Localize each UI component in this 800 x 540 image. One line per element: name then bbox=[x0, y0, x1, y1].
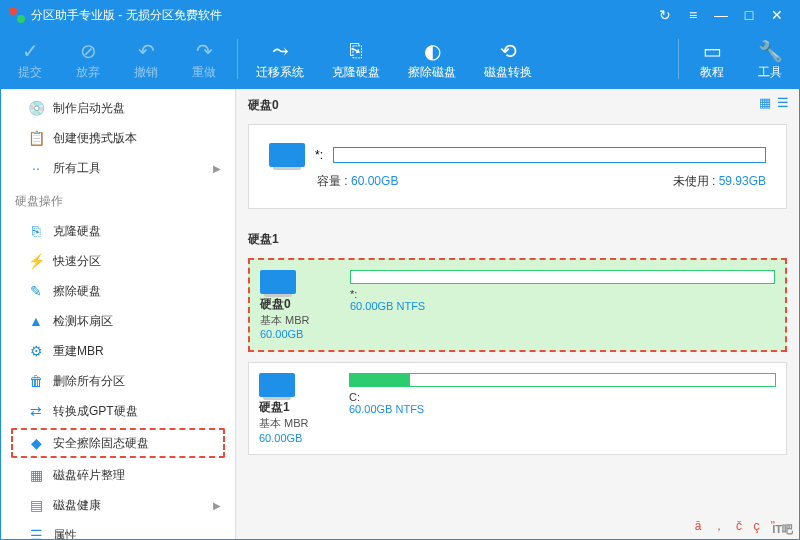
partition-bar bbox=[349, 373, 776, 387]
menu-button[interactable]: ≡ bbox=[679, 7, 707, 23]
sidebar-item[interactable]: ▲检测坏扇区 bbox=[1, 306, 235, 336]
disk0-card[interactable]: *: 容量 : 60.00GB 未使用 : 59.93GB bbox=[248, 124, 787, 209]
chevron-right-icon: ▶ bbox=[213, 163, 221, 174]
disk-block-1[interactable]: 硬盘1 基本 MBR 60.00GB C: 60.00GB NTFS bbox=[248, 362, 787, 454]
check-icon: ✓ bbox=[22, 38, 39, 64]
chevron-right-icon: ▶ bbox=[213, 500, 221, 511]
sidebar-item-icon: ◆ bbox=[27, 435, 45, 451]
disk0-usage-bar bbox=[333, 147, 766, 163]
sidebar-item[interactable]: ⇄转换成GPT硬盘 bbox=[1, 396, 235, 426]
commit-button: ✓提交 bbox=[1, 29, 59, 89]
ime-indicator: ā ， č ç " bbox=[695, 518, 779, 535]
partition-bar bbox=[350, 270, 775, 284]
sidebar-item-label: 所有工具 bbox=[53, 160, 101, 177]
sidebar-item[interactable]: ··所有工具▶ bbox=[1, 153, 235, 183]
sidebar-item-label: 删除所有分区 bbox=[53, 373, 125, 390]
redo-icon: ↷ bbox=[196, 38, 213, 64]
clone-icon: ⎘ bbox=[350, 38, 362, 64]
sidebar-item-icon: ☰ bbox=[27, 527, 45, 539]
sidebar-item[interactable]: ▦磁盘碎片整理 bbox=[1, 460, 235, 490]
redo-button: ↷重做 bbox=[175, 29, 233, 89]
sidebar-item-icon: ✎ bbox=[27, 283, 45, 299]
sidebar-item-icon: ⇄ bbox=[27, 403, 45, 419]
app-logo-icon bbox=[9, 7, 25, 23]
convert-disk-button[interactable]: ⟲磁盘转换 bbox=[470, 29, 546, 89]
main-panel: ▦ ☰ 硬盘0 *: 容量 : 60.00GB 未使用 : 59.93GB 硬盘… bbox=[236, 89, 799, 539]
sidebar-item-label: 磁盘碎片整理 bbox=[53, 467, 125, 484]
list-view-icon[interactable]: ☰ bbox=[777, 95, 789, 110]
wrench-icon: 🔧 bbox=[758, 38, 783, 64]
grid-view-icon[interactable]: ▦ bbox=[759, 95, 771, 110]
sidebar-item[interactable]: ✎擦除硬盘 bbox=[1, 276, 235, 306]
sidebar-item-icon: ⎘ bbox=[27, 223, 45, 239]
wipe-icon: ◐ bbox=[424, 38, 441, 64]
disk1-header: 硬盘1 bbox=[236, 223, 799, 252]
clone-disk-button[interactable]: ⎘克隆硬盘 bbox=[318, 29, 394, 89]
sidebar-item-icon: ⚡ bbox=[27, 253, 45, 269]
sidebar-item-label: 磁盘健康 bbox=[53, 497, 101, 514]
sidebar-item-icon: 💿 bbox=[27, 100, 45, 116]
sidebar-item[interactable]: 📋创建便携式版本 bbox=[1, 123, 235, 153]
sidebar-item[interactable]: 💿制作启动光盘 bbox=[1, 93, 235, 123]
sidebar: 💿制作启动光盘📋创建便携式版本··所有工具▶ 硬盘操作 ⎘克隆硬盘⚡快速分区✎擦… bbox=[1, 89, 236, 539]
book-icon: ▭ bbox=[703, 38, 722, 64]
maximize-button[interactable]: □ bbox=[735, 7, 763, 23]
sidebar-item-label: 重建MBR bbox=[53, 343, 104, 360]
wipe-disk-button[interactable]: ◐擦除磁盘 bbox=[394, 29, 470, 89]
tutorial-button[interactable]: ▭教程 bbox=[683, 29, 741, 89]
sidebar-item-label: 克隆硬盘 bbox=[53, 223, 101, 240]
watermark: IT吧 bbox=[772, 522, 793, 537]
discard-button: ⊘放弃 bbox=[59, 29, 117, 89]
sidebar-item[interactable]: ◆安全擦除固态硬盘 bbox=[11, 428, 225, 458]
disk-icon bbox=[260, 270, 296, 294]
sidebar-section-header: 硬盘操作 bbox=[1, 183, 235, 216]
sidebar-item-label: 安全擦除固态硬盘 bbox=[53, 435, 149, 452]
sidebar-item[interactable]: ▤磁盘健康▶ bbox=[1, 490, 235, 520]
titlebar: 分区助手专业版 - 无损分区免费软件 ↻ ≡ — □ ✕ bbox=[1, 1, 799, 29]
main-toolbar: ✓提交 ⊘放弃 ↶撤销 ↷重做 ⤳迁移系统 ⎘克隆硬盘 ◐擦除磁盘 ⟲磁盘转换 … bbox=[1, 29, 799, 89]
window-title: 分区助手专业版 - 无损分区免费软件 bbox=[31, 7, 222, 24]
sidebar-item-icon: ▦ bbox=[27, 467, 45, 483]
sidebar-item[interactable]: ⎘克隆硬盘 bbox=[1, 216, 235, 246]
disk0-header: 硬盘0 bbox=[236, 89, 799, 118]
sidebar-item-label: 属性 bbox=[53, 527, 77, 540]
sidebar-item-label: 擦除硬盘 bbox=[53, 283, 101, 300]
disk0-drive-letter: *: bbox=[315, 148, 323, 162]
cancel-icon: ⊘ bbox=[80, 38, 97, 64]
sidebar-item[interactable]: ⚡快速分区 bbox=[1, 246, 235, 276]
disk-icon bbox=[259, 373, 295, 397]
disk-icon bbox=[269, 143, 305, 167]
convert-icon: ⟲ bbox=[500, 38, 517, 64]
sidebar-item-icon: 📋 bbox=[27, 130, 45, 146]
undo-icon: ↶ bbox=[138, 38, 155, 64]
sidebar-item-label: 制作启动光盘 bbox=[53, 100, 125, 117]
sidebar-item[interactable]: ☰属性 bbox=[1, 520, 235, 539]
sidebar-item-icon: ▲ bbox=[27, 313, 45, 329]
minimize-button[interactable]: — bbox=[707, 7, 735, 23]
migrate-os-button[interactable]: ⤳迁移系统 bbox=[242, 29, 318, 89]
sidebar-item[interactable]: 🗑删除所有分区 bbox=[1, 366, 235, 396]
sidebar-item-label: 检测坏扇区 bbox=[53, 313, 113, 330]
sidebar-item-icon: ⚙ bbox=[27, 343, 45, 359]
migrate-icon: ⤳ bbox=[272, 38, 289, 64]
close-button[interactable]: ✕ bbox=[763, 7, 791, 23]
sidebar-item-label: 创建便携式版本 bbox=[53, 130, 137, 147]
sidebar-item-icon: ▤ bbox=[27, 497, 45, 513]
sidebar-item-label: 快速分区 bbox=[53, 253, 101, 270]
undo-button: ↶撤销 bbox=[117, 29, 175, 89]
sidebar-item-icon: 🗑 bbox=[27, 373, 45, 389]
sidebar-item-icon: ·· bbox=[27, 160, 45, 176]
refresh-button[interactable]: ↻ bbox=[651, 7, 679, 23]
disk-block-0[interactable]: 硬盘0 基本 MBR 60.00GB *: 60.00GB NTFS bbox=[248, 258, 787, 352]
tools-button[interactable]: 🔧工具 bbox=[741, 29, 799, 89]
sidebar-item-label: 转换成GPT硬盘 bbox=[53, 403, 138, 420]
sidebar-item[interactable]: ⚙重建MBR bbox=[1, 336, 235, 366]
